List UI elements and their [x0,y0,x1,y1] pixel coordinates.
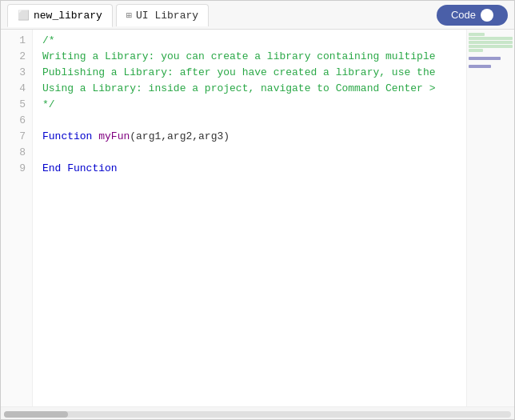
code-line-4: Using a Library: inside a project, navig… [42,81,466,97]
editor-container: 1 2 3 4 5 6 7 8 9 /* Writing a Library: … [1,30,514,406]
code-button[interactable]: Code [437,5,508,26]
grid-icon: ⊞ [126,10,132,22]
code-button-label: Code [451,9,476,21]
scrollbar-area [1,406,514,420]
tab-new-library[interactable]: ⬜ new_library [7,4,113,27]
tab-ui-library-label: UI Library [136,10,198,22]
code-line-2: Writing a Library: you can create a libr… [42,49,466,65]
code-line-1: /* [42,33,466,49]
code-line-3: Publishing a Library: after you have cre… [42,65,466,81]
tab-ui-library[interactable]: ⊞ UI Library [116,4,209,26]
line-numbers: 1 2 3 4 5 6 7 8 9 [1,30,33,406]
tab-bar: ⬜ new_library ⊞ UI Library Code [1,1,514,30]
tab-new-library-label: new_library [34,10,102,22]
code-editor[interactable]: /* Writing a Library: you can create a l… [33,30,466,406]
minimap [466,30,514,406]
code-line-7: Function myFun(arg1,arg2,arg3) [42,129,466,145]
scrollbar-thumb[interactable] [4,411,68,418]
scrollbar-track[interactable] [4,411,511,418]
code-line-9: End Function [42,161,466,177]
toggle-circle [481,9,493,22]
code-line-8 [42,145,466,161]
code-line-5: */ [42,97,466,113]
code-line-6 [42,113,466,129]
file-icon: ⬜ [18,10,30,22]
